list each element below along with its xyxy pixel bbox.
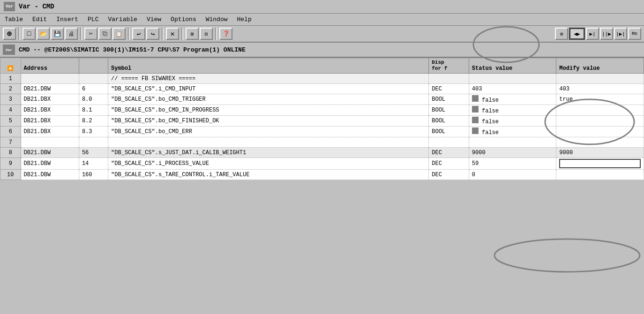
menu-view[interactable]: View: [142, 15, 166, 24]
cell-symbol: "DB_SCALE_CS".bo_CMD_ERR: [108, 127, 429, 137]
cell-modify-value: [556, 74, 644, 84]
redo-button[interactable]: ↪: [146, 28, 159, 40]
cell-disp: [429, 137, 469, 148]
menu-table[interactable]: Table: [0, 15, 28, 24]
cell-modify-value: true: [556, 94, 644, 105]
copy-button[interactable]: ⿻: [98, 28, 112, 40]
cell-disp: BOOL: [429, 116, 469, 127]
header-num: [79, 58, 108, 74]
cell-symbol: "DB_SCALE_CS".i_CMD_INPUT: [108, 84, 429, 94]
cell-address: DB21.DBX: [21, 105, 79, 116]
cell-modify-value: 403: [556, 84, 644, 94]
cell-addr-num: 56: [79, 148, 108, 158]
print-button[interactable]: 🖨: [65, 28, 78, 40]
cell-addr-num: 8.3: [79, 127, 108, 137]
cell-modify-value[interactable]: [556, 158, 644, 170]
cell-disp: DEC: [429, 84, 469, 94]
cell-symbol: "DB_SCALE_CS".bo_CMD_IN_PROGRESS: [108, 105, 429, 116]
table-header-row: 🔼 Address Symbol Dispfor f Status value …: [0, 58, 644, 74]
status-indicator-icon: [472, 106, 479, 112]
paste-button[interactable]: 📋: [112, 28, 126, 40]
cell-status-value: 59: [469, 158, 556, 170]
monitor-online-button[interactable]: ⚙: [555, 28, 568, 40]
separator-1: [18, 28, 20, 40]
menu-help[interactable]: Help: [232, 15, 256, 24]
run-button[interactable]: |▶|: [614, 28, 627, 40]
menu-insert[interactable]: Insert: [52, 15, 83, 24]
cell-disp: DEC: [429, 170, 469, 180]
variable-table: 🔼 Address Symbol Dispfor f Status value …: [0, 58, 644, 180]
cell-modify-value: [556, 127, 644, 137]
cell-symbol: [108, 137, 429, 148]
cell-addr-num: [79, 137, 108, 148]
cell-rownum: 5: [0, 116, 21, 127]
menu-window[interactable]: Window: [201, 15, 232, 24]
cell-status-value: false: [469, 116, 556, 127]
go-online-button[interactable]: ▶|: [586, 28, 599, 40]
save-button[interactable]: 💾: [51, 28, 64, 40]
cell-rownum: 4: [0, 105, 21, 116]
menu-options[interactable]: Options: [166, 15, 201, 24]
new-table-button[interactable]: ⊕: [3, 28, 16, 40]
modify-input-field[interactable]: [559, 159, 641, 168]
monitor-table-button[interactable]: ⊞: [186, 28, 199, 40]
cell-disp: BOOL: [429, 94, 469, 105]
separator-2: [80, 28, 82, 40]
menu-bar: Table Edit Insert PLC Variable View Opti…: [0, 14, 644, 26]
menu-edit[interactable]: Edit: [28, 15, 52, 24]
open-button[interactable]: 📂: [37, 28, 50, 40]
path-bar: Var CMD -- @ET200S\SIMATIC 300(1)\IM151-…: [0, 43, 644, 58]
cell-addr-num: [79, 74, 108, 84]
cell-status-value: 9000: [469, 148, 556, 158]
main-window: Var Var - CMD Table Edit Insert PLC Vari…: [0, 0, 644, 314]
toolbar: ⊕ □ 📂 💾 🖨 ✂ ⿻ 📋 ↩ ↪ ✕ ⊞ ⊟ ❓ ⚙ ◀▶ ▶| ||▶ …: [0, 26, 644, 43]
cell-modify-value: [556, 116, 644, 127]
status-indicator-icon: [472, 127, 479, 134]
cell-address: [21, 137, 79, 148]
cell-symbol: // ===== FB SIWAREX =====: [108, 74, 429, 84]
cell-status-value: 403: [469, 84, 556, 94]
modify-button[interactable]: ⊟: [200, 28, 213, 40]
cell-status-value: false: [469, 105, 556, 116]
menu-variable[interactable]: Variable: [103, 15, 142, 24]
menu-plc[interactable]: PLC: [83, 15, 103, 24]
table-row: 9DB21.DBW14"DB_SCALE_CS".i_PROCESS_VALUE…: [0, 158, 644, 170]
undo-button[interactable]: ↩: [132, 28, 145, 40]
separator-5: [181, 28, 183, 40]
cell-rownum: 8: [0, 148, 21, 158]
new-doc-button[interactable]: □: [22, 28, 36, 40]
stop-button[interactable]: ||▶: [600, 28, 613, 40]
delete-button[interactable]: ✕: [166, 28, 179, 40]
path-bar-icon: Var: [3, 45, 15, 55]
table-row: 4DB21.DBX8.1"DB_SCALE_CS".bo_CMD_IN_PROG…: [0, 105, 644, 116]
cell-addr-num: 6: [79, 84, 108, 94]
cut-button[interactable]: ✂: [84, 28, 97, 40]
cell-symbol: "DB_SCALE_CS".bo_CMD_TRIGGER: [108, 94, 429, 105]
separator-6: [215, 28, 217, 40]
cell-addr-num: 8.0: [79, 94, 108, 105]
cell-status-value: false: [469, 94, 556, 105]
cell-address: DB21.DBX: [21, 127, 79, 137]
cell-addr-num: 8.2: [79, 116, 108, 127]
path-bar-text: CMD -- @ET200S\SIMATIC 300(1)\IM151-7 CP…: [19, 46, 246, 53]
cell-modify-value: [556, 170, 644, 180]
cell-modify-value: 9000: [556, 148, 644, 158]
header-status: Status value: [469, 58, 556, 74]
cell-address: DB21.DBW: [21, 148, 79, 158]
cell-status-value: [469, 74, 556, 84]
cell-addr-num: 14: [79, 158, 108, 170]
info-button[interactable]: Mn: [628, 28, 641, 40]
separator-4: [162, 28, 164, 40]
table-row: 2DB21.DBW6"DB_SCALE_CS".i_CMD_INPUTDEC40…: [0, 84, 644, 94]
cell-disp: BOOL: [429, 127, 469, 137]
separator-3: [128, 28, 130, 40]
table-row: 8DB21.DBW56"DB_SCALE_CS".s_JUST_DAT.i_CA…: [0, 148, 644, 158]
header-modify: Modify value: [556, 58, 644, 74]
help-button[interactable]: ❓: [219, 28, 232, 40]
online-active-button[interactable]: ◀▶: [569, 28, 585, 40]
table-row: 10DB21.DBW160"DB_SCALE_CS".s_TARE_CONTRO…: [0, 170, 644, 180]
cell-symbol: "DB_SCALE_CS".s_JUST_DAT.i_CALIB_WEIGHT1: [108, 148, 429, 158]
row8-circle-annotation: [494, 239, 640, 272]
cell-status-value: 0: [469, 170, 556, 180]
cell-address: DB21.DBX: [21, 116, 79, 127]
